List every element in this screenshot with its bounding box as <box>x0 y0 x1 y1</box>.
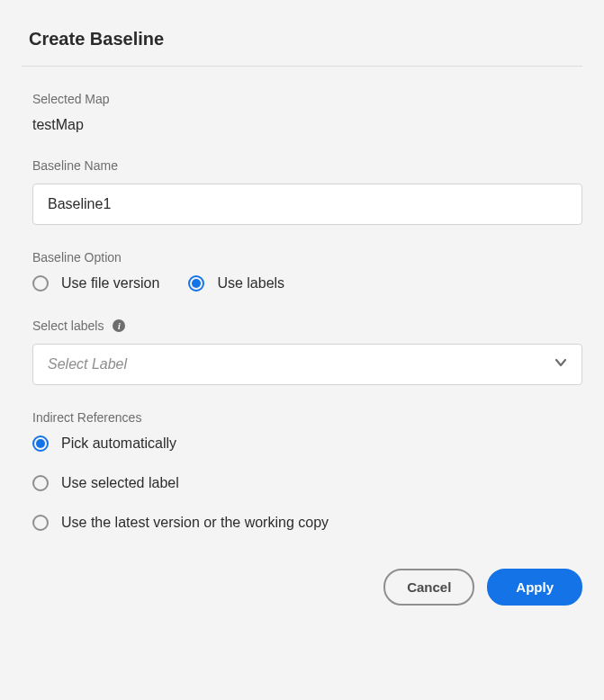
button-row: Cancel Apply <box>32 569 582 606</box>
radio-circle-selected <box>32 435 49 452</box>
radio-file-version[interactable]: Use file version <box>32 275 159 292</box>
indirect-references-label: Indirect References <box>32 410 582 425</box>
select-label-dropdown[interactable]: Select Label <box>32 344 582 385</box>
baseline-option-label: Baseline Option <box>32 250 582 265</box>
cancel-button[interactable]: Cancel <box>383 569 474 606</box>
selected-map-value: testMap <box>32 117 582 133</box>
radio-pick-automatically[interactable]: Pick automatically <box>32 435 582 452</box>
radio-pick-automatically-label: Pick automatically <box>61 435 176 452</box>
radio-use-selected-label-label: Use selected label <box>61 475 179 491</box>
select-labels-label: Select labels <box>32 319 104 333</box>
radio-file-version-label: Use file version <box>61 275 159 292</box>
radio-latest-version[interactable]: Use the latest version or the working co… <box>32 515 582 531</box>
select-labels-header: Select labels i <box>32 319 582 333</box>
apply-button[interactable]: Apply <box>487 569 582 606</box>
baseline-name-label: Baseline Name <box>32 158 582 173</box>
radio-circle-unselected <box>32 515 49 531</box>
radio-circle-unselected <box>32 275 49 292</box>
baseline-option-group: Use file version Use labels <box>32 275 582 292</box>
radio-use-labels-label: Use labels <box>217 275 284 292</box>
baseline-name-input[interactable] <box>32 184 582 225</box>
radio-circle-selected <box>188 275 204 292</box>
form-content: Selected Map testMap Baseline Name Basel… <box>22 92 582 606</box>
chevron-down-icon <box>554 356 567 372</box>
radio-latest-version-label: Use the latest version or the working co… <box>61 515 329 531</box>
info-icon[interactable]: i <box>113 319 125 332</box>
select-label-placeholder: Select Label <box>48 356 127 372</box>
radio-circle-unselected <box>32 475 49 491</box>
radio-use-labels[interactable]: Use labels <box>188 275 284 292</box>
radio-use-selected-label[interactable]: Use selected label <box>32 475 582 491</box>
divider <box>22 66 582 67</box>
indirect-references-group: Pick automatically Use selected label Us… <box>32 435 582 531</box>
selected-map-label: Selected Map <box>32 92 582 106</box>
page-title: Create Baseline <box>22 29 582 49</box>
